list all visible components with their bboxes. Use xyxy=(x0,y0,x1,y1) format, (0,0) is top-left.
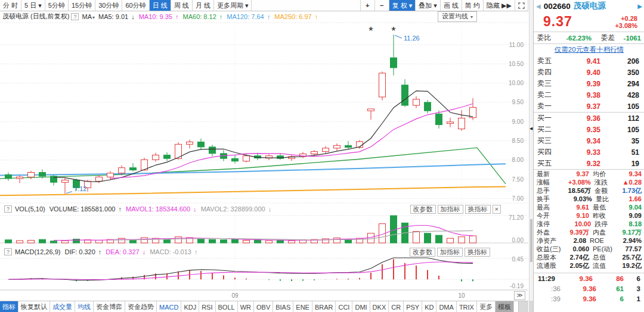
scroll-right-button[interactable]: ≫ xyxy=(514,291,525,300)
stat-value: 19.2亿 xyxy=(617,261,642,270)
collapse-arrow-icon[interactable]: ◀ xyxy=(530,126,532,131)
candle xyxy=(28,173,35,177)
stat-value: 25.7亿 xyxy=(617,253,642,262)
stat-row: 外盘9.39万内盘9.17万 xyxy=(534,228,644,236)
stat-row: 净资产2.08ROE2.94% xyxy=(534,236,644,245)
indicator-tab-更多[interactable]: 更多 xyxy=(477,301,496,312)
indicator-value: MAVOL2: 328899.000 ↓ xyxy=(201,205,272,213)
tick-price: 9.36 xyxy=(561,275,593,282)
indicator-tab-RSI[interactable]: RSI xyxy=(199,301,215,312)
indicator-tab-KDJ[interactable]: KDJ xyxy=(181,301,199,312)
change-params-button[interactable]: 改参数 xyxy=(410,205,436,214)
period-tab-7[interactable]: 日 线 xyxy=(150,0,171,11)
switch-indicator-button[interactable]: 换指标 xyxy=(465,205,491,214)
candle xyxy=(153,155,159,160)
tool-tab-3[interactable]: 画 线 xyxy=(441,0,462,11)
help-icon[interactable]: ? xyxy=(71,13,79,20)
volume-bar xyxy=(39,239,46,243)
period-tab-2[interactable]: 5 日 ▾ xyxy=(21,0,45,11)
fullscreen-button[interactable] xyxy=(515,0,528,11)
tool-tab-2[interactable]: 叠加 ▾ xyxy=(416,0,441,11)
stat-label: 内盘 xyxy=(593,228,617,237)
price-block: 9.37 +0.28 +3.08% xyxy=(534,12,644,32)
indicator-tab-DMI[interactable]: DMI xyxy=(352,301,370,312)
queue-price: 9.37 xyxy=(558,102,609,111)
add-indicator-button[interactable]: 加指标 xyxy=(437,248,463,257)
buy-row[interactable]: 买三9.3435 xyxy=(534,135,644,146)
period-tab-3[interactable]: 5分钟 xyxy=(45,0,69,11)
stat-value: 9.10 xyxy=(564,212,589,219)
indicator-tab-DKX[interactable]: DKX xyxy=(370,301,389,312)
tool-tab-5[interactable]: 隐藏 ▶▶ xyxy=(484,0,515,11)
chevron-down-icon: ▾ xyxy=(92,15,95,20)
zoom-out-button[interactable]: − xyxy=(375,0,389,11)
candle xyxy=(311,152,318,154)
close-pane-button[interactable]: × xyxy=(493,205,501,214)
period-tab-1[interactable]: 分 时 xyxy=(0,0,21,11)
trend-arrow-icon: ↑ xyxy=(313,13,318,20)
sell-row[interactable]: 卖五9.41206 xyxy=(534,55,644,67)
sell-row[interactable]: 卖二9.38428 xyxy=(534,89,644,101)
zoom-in-button[interactable]: + xyxy=(360,0,375,11)
indicator-tab-指标[interactable]: 指标 xyxy=(0,301,18,312)
limit-up-star: * xyxy=(391,24,396,37)
indicator-tab-PSY[interactable]: PSY xyxy=(404,301,422,312)
sell-row[interactable]: 卖四9.40350 xyxy=(534,67,644,78)
volume-bar xyxy=(5,240,12,243)
add-indicator-button[interactable]: 加指标 xyxy=(438,205,463,214)
indicator-tab-成交量[interactable]: 成交量 xyxy=(50,301,75,312)
indicator-tab-WR[interactable]: WR xyxy=(238,301,254,312)
buy-row[interactable]: 买一9.36112 xyxy=(534,113,644,124)
indicator-tab-均线[interactable]: 均线 xyxy=(75,301,94,312)
indicator-tab-CR[interactable]: CR xyxy=(389,301,404,312)
indicator-tab-MACD[interactable]: MACD xyxy=(157,301,181,312)
trend-arrow-icon: ↓ xyxy=(129,13,135,20)
indicator-tab-恢复默认[interactable]: 恢复默认 xyxy=(18,301,50,312)
indicator-tab-OBV[interactable]: OBV xyxy=(254,301,273,312)
scrollbar-handle[interactable] xyxy=(530,219,532,262)
period-tab-8[interactable]: 周 线 xyxy=(171,0,193,11)
ma-group-dropdown[interactable]: MA▾ xyxy=(82,13,95,20)
indicator-tab-资金趋势[interactable]: 资金趋势 xyxy=(125,301,157,312)
level2-promo-link[interactable]: 仅需20元查看十档行情 xyxy=(555,45,624,54)
tool-tab-1[interactable]: 复 权 ▾ xyxy=(389,0,416,11)
stat-value: 1.66 xyxy=(620,195,642,202)
stat-row: 总股本2.74亿总值25.7亿 xyxy=(534,253,644,261)
indicator-tab-BOLL[interactable]: BOLL xyxy=(216,301,238,312)
indicator-tab-KD[interactable]: KD xyxy=(422,301,436,312)
switch-indicator-button[interactable]: 换指标 xyxy=(465,248,490,257)
queue-price: 9.36 xyxy=(558,114,609,123)
period-tab-10[interactable]: 更多周期 ▾ xyxy=(214,0,252,11)
indicator-tab-DMA[interactable]: DMA xyxy=(436,301,456,312)
indicator-tab-资金博弈[interactable]: 资金博弈 xyxy=(94,301,125,312)
next-stock-arrow[interactable]: ▶ xyxy=(637,3,642,10)
period-tab-5[interactable]: 30分钟 xyxy=(95,0,122,11)
ma-settings-button[interactable]: 设置均线 ▾ xyxy=(438,11,477,22)
sell-row[interactable]: 卖三9.39294 xyxy=(534,78,644,89)
volume-pane-buttons: 改参数加指标换指标× xyxy=(408,205,501,214)
indicator-tab-ENE[interactable]: ENE xyxy=(293,301,312,312)
tool-tab-4[interactable]: 简 约 xyxy=(462,0,484,11)
indicator-tab-CCI[interactable]: CCI xyxy=(336,301,352,312)
help-icon[interactable]: ? xyxy=(4,205,12,213)
indicator-tab-BIAS[interactable]: BIAS xyxy=(273,301,293,312)
buy-row[interactable]: 买五9.3219 xyxy=(534,158,644,169)
buy-row[interactable]: 买四9.3351 xyxy=(534,146,644,158)
indicator-tab-模板[interactable]: 模板 xyxy=(496,301,514,312)
tick-time: :36 xyxy=(538,285,564,292)
help-icon[interactable]: ? xyxy=(4,248,12,255)
queue-price: 9.39 xyxy=(558,80,609,88)
stat-value: 2.74亿 xyxy=(564,253,589,262)
buy-row[interactable]: 买二9.35105 xyxy=(534,124,644,135)
period-tab-4[interactable]: 15分钟 xyxy=(69,0,95,11)
period-tab-6[interactable]: 60分钟 xyxy=(122,0,149,11)
sell-row[interactable]: 卖一9.37105 xyxy=(534,101,644,112)
indicator-tab-TRIX[interactable]: TRIX xyxy=(457,301,477,312)
candlestick-pane: **11.267.12 xyxy=(0,24,506,195)
volume-bar xyxy=(277,241,284,244)
period-tab-9[interactable]: 月 线 xyxy=(193,0,214,11)
stat-value: 0.060 xyxy=(564,245,589,252)
indicator-tab-BRAR[interactable]: BRAR xyxy=(312,301,336,312)
prev-stock-arrow[interactable]: ◀ xyxy=(536,3,541,10)
change-params-button[interactable]: 改参数 xyxy=(410,248,435,257)
